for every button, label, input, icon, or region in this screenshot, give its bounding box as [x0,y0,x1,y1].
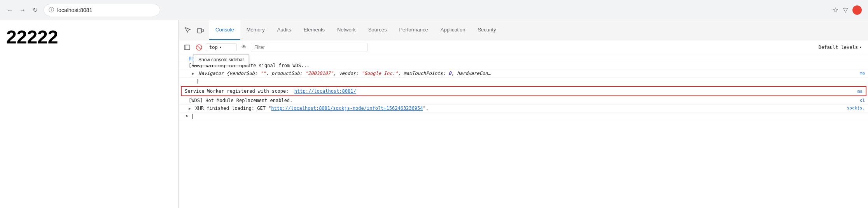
cursor-line: > [182,113,192,119]
tab-sources[interactable]: Sources [362,20,393,40]
wds-source[interactable]: cl [860,98,865,103]
console-sidebar-button[interactable] [182,43,192,52]
console-line-service-worker: Service Worker registered with scope: ht… [181,86,866,96]
expand-arrow[interactable]: ▶ [192,71,194,76]
devtools-tabs: Console Memory Audits Elements Network S… [209,20,868,40]
page-content: 22222 [0,20,179,208]
svg-rect-0 [198,28,201,33]
navigator-source[interactable]: ma [860,71,865,76]
svg-rect-2 [184,45,190,50]
bookmark-icon[interactable]: ☆ [832,6,838,14]
svg-rect-1 [202,29,203,32]
navigator-text: ▶ Navigator {vendorSub: "", productSub: … [182,71,491,76]
levels-arrow: ▾ [859,45,862,49]
profile-icon[interactable] [852,5,862,15]
xhr-source[interactable]: sockjs. [847,106,865,111]
console-line-hmr: [HMR] Waiting for update signal from WDS… [179,62,868,70]
levels-selector[interactable]: Default levels ▾ [816,44,865,51]
browser-chrome: ← → ↻ ⓘ localhost:8081 ☆ ▽ [0,0,868,20]
tab-audits[interactable]: Audits [271,20,298,40]
devtools-panel: Console Memory Audits Elements Network S… [179,20,868,208]
tab-console[interactable]: Console [209,20,240,40]
tab-elements[interactable]: Elements [298,20,331,40]
filter-input[interactable] [251,43,368,52]
tab-security[interactable]: Security [471,20,502,40]
extensions-icon[interactable]: ▽ [843,6,848,14]
console-cursor [192,114,192,119]
tab-application[interactable]: Application [434,20,472,40]
console-line-cursor[interactable]: > [179,113,868,120]
info-icon: ⓘ [49,7,54,14]
device-toolbar-button[interactable] [195,25,206,36]
forward-button[interactable]: → [19,6,26,14]
devtools-icons [179,20,209,40]
eye-button[interactable]: 👁 [239,43,248,52]
console-line-link: p://localhost:8081/ [179,54,868,62]
console-sidebar-tooltip: Show console sidebar [193,54,249,65]
tab-memory[interactable]: Memory [240,20,271,40]
console-line-xhr: ▶ XHR finished loading: GET "http://loca… [179,105,868,113]
inspect-element-button[interactable] [182,25,193,36]
xhr-link[interactable]: http://localhost:8081/sockjs-node/info?t… [271,106,423,111]
context-selector[interactable]: top ▾ [206,43,237,51]
console-line-wds: [WDS] Hot Module Replacement enabled. cl [179,97,868,105]
page-number: 22222 [6,26,172,48]
console-line-navigator: ▶ Navigator {vendorSub: "", productSub: … [179,70,868,78]
address-url: localhost:8081 [57,7,92,13]
levels-label: Default levels [819,45,858,50]
tab-network[interactable]: Network [331,20,362,40]
browser-actions: ☆ ▽ [832,5,862,15]
refresh-button[interactable]: ↻ [31,6,39,14]
address-bar[interactable]: ⓘ localhost:8081 [44,4,160,16]
brace-text: } [182,78,199,84]
devtools-tabs-row: Console Memory Audits Elements Network S… [179,20,868,40]
context-dropdown-arrow: ▾ [219,45,222,49]
service-worker-text: Service Worker registered with scope: ht… [185,88,356,94]
service-worker-link[interactable]: http://localhost:8081/ [294,88,356,94]
console-line-brace: } [179,78,868,85]
tab-performance[interactable]: Performance [393,20,434,40]
console-output: p://localhost:8081/ [HMR] Waiting for up… [179,54,868,208]
xhr-expand-arrow[interactable]: ▶ [189,106,191,111]
clear-console-button[interactable]: 🚫 [194,43,203,52]
main-layout: 22222 Console Memory [0,20,868,208]
context-label: top [209,45,218,50]
back-button[interactable]: ← [6,6,14,14]
service-worker-source[interactable]: ma [858,89,863,94]
wds-text: [WDS] Hot Module Replacement enabled. [182,98,292,103]
xhr-text: ▶ XHR finished loading: GET "http://loca… [182,106,429,111]
devtools-console-toolbar: Show console sidebar 🚫 top ▾ 👁 Default l… [179,40,868,54]
